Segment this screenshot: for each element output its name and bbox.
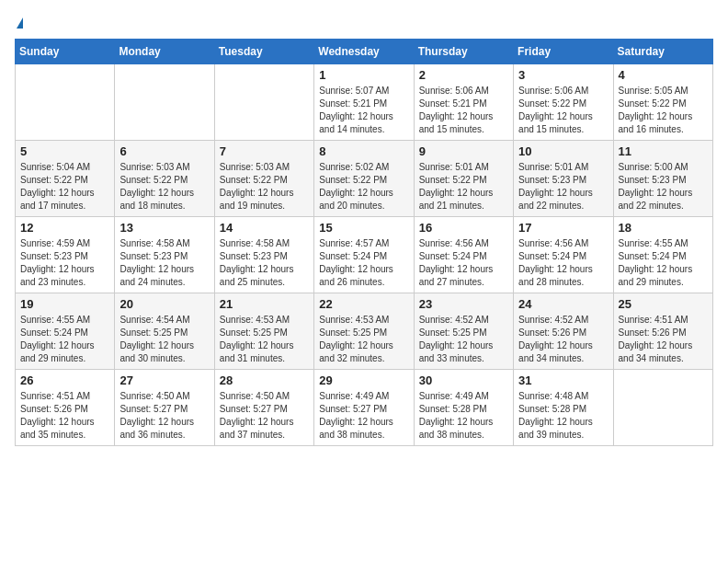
- cell-sunset: Sunset: 5:23 PM: [220, 250, 309, 263]
- calendar-cell: 29 Sunrise: 4:49 AM Sunset: 5:27 PM Dayl…: [314, 370, 414, 446]
- day-number: 31: [518, 373, 608, 387]
- cell-sunset: Sunset: 5:22 PM: [619, 98, 708, 110]
- cell-sunrise: Sunrise: 4:48 AM: [518, 390, 608, 403]
- cell-sunrise: Sunrise: 5:06 AM: [518, 85, 608, 98]
- cell-sunrise: Sunrise: 4:54 AM: [119, 314, 209, 327]
- day-number: 13: [119, 221, 209, 235]
- cell-sunset: Sunset: 5:26 PM: [518, 327, 608, 339]
- calendar-cell: 27 Sunrise: 4:50 AM Sunset: 5:27 PM Dayl…: [115, 370, 214, 446]
- calendar-cell: 13 Sunrise: 4:58 AM Sunset: 5:23 PM Dayl…: [115, 217, 214, 293]
- cell-daylight: Daylight: 12 hours and 19 minutes.: [220, 187, 309, 213]
- calendar-cell: 2 Sunrise: 5:06 AM Sunset: 5:21 PM Dayli…: [414, 64, 513, 141]
- day-number: 5: [20, 144, 109, 158]
- day-number: 12: [20, 221, 109, 235]
- day-number: 6: [119, 144, 209, 158]
- calendar-cell: 22 Sunrise: 4:53 AM Sunset: 5:25 PM Dayl…: [314, 293, 414, 370]
- day-number: 30: [419, 373, 508, 387]
- calendar-cell: 23 Sunrise: 4:52 AM Sunset: 5:25 PM Dayl…: [414, 293, 513, 370]
- cell-sunset: Sunset: 5:22 PM: [220, 174, 309, 187]
- cell-sunrise: Sunrise: 4:56 AM: [518, 237, 608, 250]
- calendar-cell: 24 Sunrise: 4:52 AM Sunset: 5:26 PM Dayl…: [514, 293, 613, 370]
- calendar: SundayMondayTuesdayWednesdayThursdayFrid…: [15, 39, 713, 446]
- calendar-header-row: SundayMondayTuesdayWednesdayThursdayFrid…: [16, 40, 713, 64]
- calendar-cell: 10 Sunrise: 5:01 AM Sunset: 5:23 PM Dayl…: [514, 141, 613, 217]
- day-number: 17: [518, 221, 608, 235]
- cell-daylight: Daylight: 12 hours and 38 minutes.: [319, 416, 408, 442]
- day-number: 9: [419, 144, 508, 158]
- cell-daylight: Daylight: 12 hours and 28 minutes.: [518, 263, 608, 289]
- cell-sunrise: Sunrise: 4:51 AM: [619, 314, 708, 327]
- cell-sunrise: Sunrise: 4:50 AM: [220, 390, 309, 403]
- cell-sunrise: Sunrise: 5:00 AM: [619, 161, 708, 174]
- calendar-cell: [16, 64, 115, 141]
- cell-sunset: Sunset: 5:26 PM: [619, 327, 708, 339]
- cell-daylight: Daylight: 12 hours and 34 minutes.: [518, 339, 608, 365]
- calendar-cell: 12 Sunrise: 4:59 AM Sunset: 5:23 PM Dayl…: [16, 217, 115, 293]
- cell-daylight: Daylight: 12 hours and 26 minutes.: [319, 263, 408, 289]
- cell-sunrise: Sunrise: 4:49 AM: [419, 390, 508, 403]
- day-number: 25: [619, 297, 708, 311]
- column-header-friday: Friday: [514, 40, 613, 64]
- cell-sunset: Sunset: 5:25 PM: [419, 327, 508, 339]
- day-number: 21: [220, 297, 309, 311]
- day-number: 16: [419, 221, 508, 235]
- page-header: [15, 15, 713, 31]
- cell-daylight: Daylight: 12 hours and 32 minutes.: [319, 339, 408, 365]
- cell-sunrise: Sunrise: 5:06 AM: [419, 85, 508, 98]
- cell-sunrise: Sunrise: 4:52 AM: [419, 314, 508, 327]
- calendar-week-1: 1 Sunrise: 5:07 AM Sunset: 5:21 PM Dayli…: [16, 64, 713, 141]
- cell-sunset: Sunset: 5:23 PM: [20, 250, 109, 263]
- day-number: 10: [518, 144, 608, 158]
- cell-daylight: Daylight: 12 hours and 34 minutes.: [619, 339, 708, 365]
- calendar-cell: 28 Sunrise: 4:50 AM Sunset: 5:27 PM Dayl…: [214, 370, 313, 446]
- cell-sunset: Sunset: 5:25 PM: [319, 327, 408, 339]
- cell-sunrise: Sunrise: 5:03 AM: [119, 161, 209, 174]
- cell-daylight: Daylight: 12 hours and 20 minutes.: [319, 187, 408, 213]
- calendar-cell: 16 Sunrise: 4:56 AM Sunset: 5:24 PM Dayl…: [414, 217, 513, 293]
- cell-sunrise: Sunrise: 5:01 AM: [419, 161, 508, 174]
- cell-sunrise: Sunrise: 4:57 AM: [319, 237, 408, 250]
- calendar-cell: 4 Sunrise: 5:05 AM Sunset: 5:22 PM Dayli…: [613, 64, 712, 141]
- calendar-cell: 9 Sunrise: 5:01 AM Sunset: 5:22 PM Dayli…: [414, 141, 513, 217]
- calendar-cell: 31 Sunrise: 4:48 AM Sunset: 5:28 PM Dayl…: [514, 370, 613, 446]
- cell-sunset: Sunset: 5:24 PM: [319, 250, 408, 263]
- cell-daylight: Daylight: 12 hours and 14 minutes.: [319, 110, 408, 136]
- day-number: 26: [20, 373, 109, 387]
- cell-sunrise: Sunrise: 4:56 AM: [419, 237, 508, 250]
- calendar-cell: 6 Sunrise: 5:03 AM Sunset: 5:22 PM Dayli…: [115, 141, 214, 217]
- calendar-cell: 20 Sunrise: 4:54 AM Sunset: 5:25 PM Dayl…: [115, 293, 214, 370]
- cell-sunrise: Sunrise: 4:49 AM: [319, 390, 408, 403]
- cell-sunset: Sunset: 5:23 PM: [619, 174, 708, 187]
- cell-sunset: Sunset: 5:25 PM: [119, 327, 209, 339]
- calendar-cell: 17 Sunrise: 4:56 AM Sunset: 5:24 PM Dayl…: [514, 217, 613, 293]
- cell-sunrise: Sunrise: 5:01 AM: [518, 161, 608, 174]
- calendar-cell: 26 Sunrise: 4:51 AM Sunset: 5:26 PM Dayl…: [16, 370, 115, 446]
- calendar-cell: 1 Sunrise: 5:07 AM Sunset: 5:21 PM Dayli…: [314, 64, 414, 141]
- cell-sunrise: Sunrise: 5:05 AM: [619, 85, 708, 98]
- day-number: 22: [319, 297, 408, 311]
- column-header-monday: Monday: [115, 40, 214, 64]
- logo-text: [15, 15, 23, 31]
- cell-daylight: Daylight: 12 hours and 24 minutes.: [119, 263, 209, 289]
- cell-sunset: Sunset: 5:24 PM: [619, 250, 708, 263]
- cell-daylight: Daylight: 12 hours and 15 minutes.: [518, 110, 608, 136]
- logo: [15, 15, 23, 31]
- cell-daylight: Daylight: 12 hours and 25 minutes.: [220, 263, 309, 289]
- day-number: 20: [119, 297, 209, 311]
- calendar-cell: [613, 370, 712, 446]
- cell-sunset: Sunset: 5:25 PM: [220, 327, 309, 339]
- day-number: 1: [319, 68, 408, 82]
- calendar-cell: [115, 64, 214, 141]
- calendar-week-4: 19 Sunrise: 4:55 AM Sunset: 5:24 PM Dayl…: [16, 293, 713, 370]
- calendar-cell: 14 Sunrise: 4:58 AM Sunset: 5:23 PM Dayl…: [214, 217, 313, 293]
- day-number: 8: [319, 144, 408, 158]
- cell-daylight: Daylight: 12 hours and 33 minutes.: [419, 339, 508, 365]
- cell-daylight: Daylight: 12 hours and 16 minutes.: [619, 110, 708, 136]
- calendar-cell: 18 Sunrise: 4:55 AM Sunset: 5:24 PM Dayl…: [613, 217, 712, 293]
- day-number: 4: [619, 68, 708, 82]
- column-header-saturday: Saturday: [613, 40, 712, 64]
- cell-sunset: Sunset: 5:22 PM: [20, 174, 109, 187]
- cell-daylight: Daylight: 12 hours and 35 minutes.: [20, 416, 109, 442]
- cell-sunrise: Sunrise: 4:58 AM: [119, 237, 209, 250]
- cell-sunrise: Sunrise: 4:50 AM: [119, 390, 209, 403]
